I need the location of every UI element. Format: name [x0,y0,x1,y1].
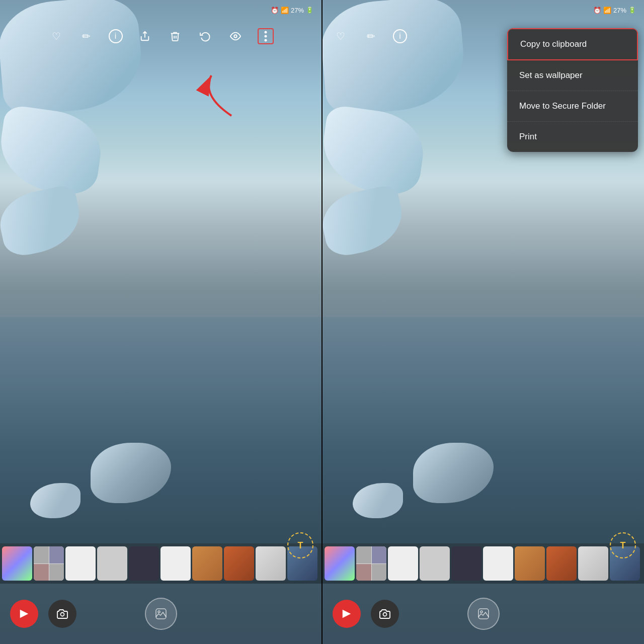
status-icons-right: ⏰ 📶 27% 🔋 [593,7,636,14]
status-icons-left: ⏰ 📶 27% 🔋 [271,7,313,14]
delete-btn-left[interactable] [167,28,183,44]
toolbar-left: ♡ ✏ i [0,20,321,52]
thumb-1-right[interactable] [325,546,355,581]
eye-btn-left[interactable] [227,28,244,44]
text-extract-btn-left[interactable]: T [287,532,313,558]
alarm-icon-left: ⏰ [271,7,279,14]
right-panel: ⏰ 📶 27% 🔋 ♡ ✏ i Copy to clipboard Set as… [323,0,644,644]
text-extract-label-right: T [620,540,626,551]
svg-rect-11 [478,609,489,619]
camera-btn-right[interactable] [371,600,399,628]
thumb-6-left[interactable] [160,546,191,581]
battery-pct-right: 27% [613,7,626,14]
svg-point-0 [234,35,237,38]
wifi-icon-left: 📶 [281,7,289,14]
text-extract-btn-right[interactable]: T [610,532,636,558]
thumb-7-left[interactable] [192,546,222,581]
heart-btn-right[interactable]: ♡ [333,28,349,44]
thumb-7-right[interactable] [515,546,545,581]
more-btn-left[interactable] [258,28,274,44]
thumb-9-left[interactable] [256,546,286,581]
battery-pct-left: 27% [291,7,304,14]
battery-icon-right: 🔋 [628,7,636,14]
status-bar-right: ⏰ 📶 27% 🔋 [323,0,644,20]
dropdown-menu: Copy to clipboard Set as wallpaper Move … [507,28,638,152]
share-btn-left[interactable] [137,28,153,44]
dropdown-move-secure[interactable]: Move to Secure Folder [507,91,638,122]
restore-btn-left[interactable] [197,28,213,44]
svg-point-6 [61,613,64,616]
heart-btn-left[interactable]: ♡ [48,28,64,44]
svg-point-2 [264,35,267,38]
bottom-nav-left [0,584,321,644]
thumbnail-strip-right [323,543,644,584]
thumbnail-strip-left [0,543,321,584]
text-extract-label-left: T [298,540,303,551]
svg-point-8 [158,611,160,613]
thumb-2-left[interactable] [34,546,64,581]
thumb-4-left[interactable] [97,546,127,581]
left-panel: ⏰ 📶 27% 🔋 ♡ ✏ i [0,0,321,644]
thumb-6-right[interactable] [483,546,513,581]
location-btn-left[interactable] [10,600,38,628]
thumb-1-left[interactable] [2,546,32,581]
battery-icon-left: 🔋 [306,7,313,14]
svg-point-10 [383,613,387,616]
svg-point-12 [480,611,482,613]
svg-rect-7 [156,609,166,619]
camera-btn-left[interactable] [48,600,76,628]
dropdown-set-wallpaper[interactable]: Set as wallpaper [507,60,638,91]
thumb-5-left[interactable] [129,546,159,581]
status-bar-left: ⏰ 📶 27% 🔋 [0,0,321,20]
edit-btn-right[interactable]: ✏ [363,28,379,44]
info-btn-left[interactable]: i [109,29,123,43]
gallery-btn-left[interactable] [145,598,177,630]
svg-point-3 [264,39,267,42]
thumb-9-right[interactable] [578,546,608,581]
alarm-icon-right: ⏰ [593,7,601,14]
thumb-2-right[interactable] [356,546,386,581]
thumb-4-right[interactable] [420,546,450,581]
thumb-8-left[interactable] [224,546,254,581]
wifi-icon-right: 📶 [603,7,611,14]
thumb-5-right[interactable] [451,546,481,581]
thumb-3-right[interactable] [388,546,418,581]
bottom-nav-right [323,584,644,644]
gallery-btn-right[interactable] [467,598,500,630]
thumb-8-right[interactable] [546,546,577,581]
edit-btn-left[interactable]: ✏ [78,28,95,44]
dropdown-print[interactable]: Print [507,122,638,152]
svg-point-1 [264,31,267,34]
info-btn-right[interactable]: i [393,29,407,43]
dropdown-copy-clipboard[interactable]: Copy to clipboard [507,28,638,60]
svg-marker-5 [20,610,29,618]
location-btn-right[interactable] [333,600,361,628]
svg-marker-9 [343,610,351,618]
thumb-3-left[interactable] [65,546,96,581]
